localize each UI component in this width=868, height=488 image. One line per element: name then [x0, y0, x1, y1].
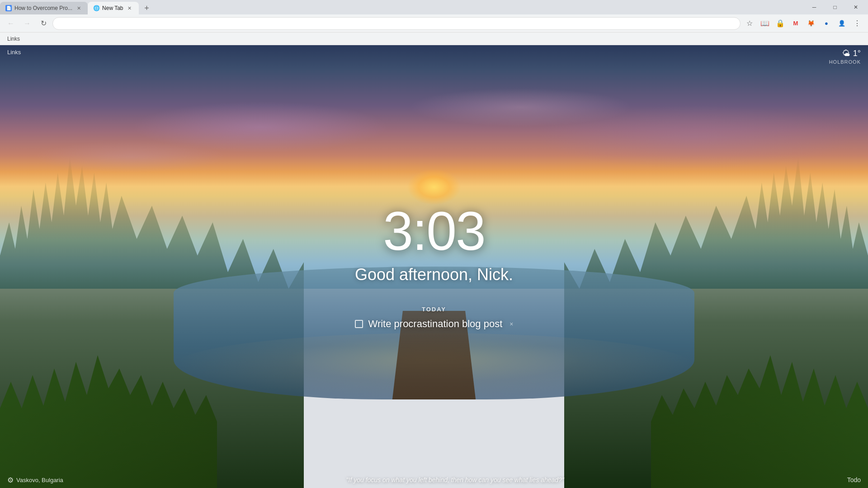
close-button[interactable]: ✕ [845, 0, 866, 14]
browser-frame: 📄 How to Overcome Pro... ✕ 🌐 New Tab ✕ +… [0, 0, 868, 488]
greeting-text: Good afternoon, Nick. [355, 265, 513, 284]
reading-list-icon[interactable]: 📖 [758, 16, 772, 31]
tab1-favicon: 📄 [5, 5, 12, 11]
tabs-area: 📄 How to Overcome Pro... ✕ 🌐 New Tab ✕ + [0, 0, 804, 14]
quote-text: "If you focus on what you left behind, t… [63, 476, 847, 483]
tab-how-to-overcome[interactable]: 📄 How to Overcome Pro... ✕ [0, 2, 88, 14]
reload-button[interactable]: ↻ [36, 16, 51, 31]
extension3-icon[interactable]: 🦊 [804, 16, 818, 31]
forward-button[interactable]: → [20, 16, 34, 31]
extension4-icon[interactable]: ● [819, 16, 834, 31]
title-bar: 📄 How to Overcome Pro... ✕ 🌐 New Tab ✕ +… [0, 0, 868, 14]
tab1-title: How to Overcome Pro... [14, 5, 72, 11]
tab2-close[interactable]: ✕ [126, 5, 133, 12]
bottom-bar: ⚙ Vaskovo, Bulgaria "If you focus on wha… [0, 472, 868, 488]
settings-icon[interactable]: ⚙ [7, 476, 14, 484]
tab2-favicon: 🌐 [93, 5, 99, 11]
url-input[interactable] [57, 20, 736, 27]
extension1-icon[interactable]: 🔒 [773, 16, 788, 31]
address-bar[interactable] [52, 17, 741, 30]
content-overlay: 3:03 Good afternoon, Nick. TODAY Write p… [0, 45, 868, 488]
new-tab-page: 🌤 1° HOLBROOK Links 3:03 Good afternoon,… [0, 45, 868, 488]
new-tab-button[interactable]: + [141, 2, 153, 14]
bookmarks-icon[interactable]: ☆ [742, 16, 757, 31]
todo-button[interactable]: Todo [847, 476, 861, 483]
location-text: Vaskovo, Bulgaria [16, 477, 63, 483]
maximize-button[interactable]: □ [825, 0, 845, 14]
clock-display: 3:03 [383, 204, 485, 258]
today-label: TODAY [422, 306, 446, 313]
tab-new-tab[interactable]: 🌐 New Tab ✕ [88, 2, 138, 14]
location-info[interactable]: ⚙ Vaskovo, Bulgaria [7, 476, 63, 484]
todo-text: Write procrastination blog post [368, 318, 503, 330]
extension2-icon[interactable]: M [788, 16, 803, 31]
toolbar-icons: ☆ 📖 🔒 M 🦊 ● 👤 ⋮ [742, 16, 864, 31]
tab1-close[interactable]: ✕ [75, 5, 82, 12]
bookmarks-bar: Links [0, 33, 868, 45]
todo-checkbox[interactable] [355, 320, 363, 328]
todo-section: TODAY Write procrastination blog post × [355, 306, 514, 330]
menu-icon[interactable]: ⋮ [850, 16, 864, 31]
tab2-title: New Tab [102, 5, 123, 11]
profile-icon[interactable]: 👤 [835, 16, 849, 31]
toolbar: ← → ↻ ☆ 📖 🔒 M 🦊 ● 👤 ⋮ [0, 14, 868, 33]
todo-delete-button[interactable]: × [509, 320, 513, 328]
bookmark-links[interactable]: Links [4, 35, 24, 43]
window-controls: ─ □ ✕ [804, 0, 868, 14]
back-button[interactable]: ← [4, 16, 18, 31]
minimize-button[interactable]: ─ [804, 0, 825, 14]
todo-item[interactable]: Write procrastination blog post × [355, 318, 514, 330]
